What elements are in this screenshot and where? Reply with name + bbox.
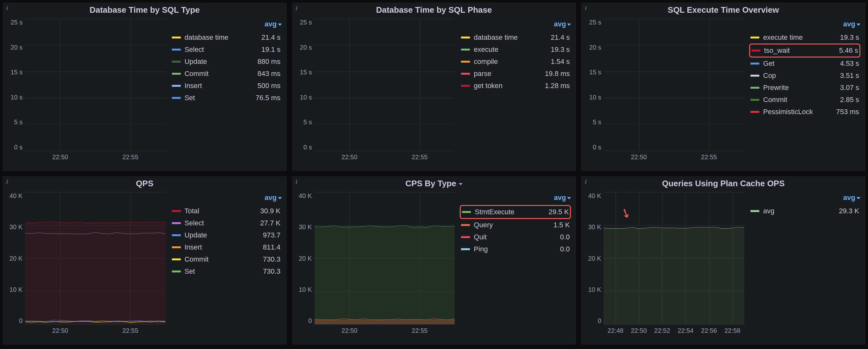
- y-tick: 10 K: [588, 286, 601, 293]
- chevron-down-icon: [567, 24, 571, 26]
- info-icon[interactable]: i: [585, 179, 587, 185]
- legend-item[interactable]: Total30.9 K: [170, 205, 282, 217]
- legend-swatch: [461, 61, 470, 63]
- plot-area[interactable]: [314, 192, 455, 324]
- info-icon[interactable]: i: [6, 5, 8, 12]
- info-icon[interactable]: i: [585, 5, 587, 12]
- legend-item[interactable]: Quit0.0: [460, 231, 571, 243]
- legend-item[interactable]: Commit2.85 s: [749, 94, 860, 106]
- legend-item[interactable]: Query1.5 K: [460, 219, 571, 231]
- chart-plot[interactable]: 25 s20 s15 s10 s5 s0 s22:5022:55: [586, 19, 744, 164]
- legend-item[interactable]: Update973.7: [170, 229, 282, 241]
- aggregation-selector[interactable]: avg: [460, 20, 571, 28]
- y-axis: 40 K30 K20 K10 K0: [586, 192, 604, 337]
- legend-item[interactable]: get token1.28 ms: [460, 80, 571, 92]
- chart-plot[interactable]: 25 s20 s15 s10 s5 s0 s22:5022:55: [297, 19, 455, 164]
- panel-title[interactable]: QPS: [8, 179, 282, 188]
- legend-item[interactable]: Commit843 ms: [170, 68, 282, 80]
- x-tick: 22:56: [701, 327, 717, 337]
- y-tick: 20 K: [588, 255, 601, 262]
- info-icon[interactable]: i: [296, 179, 298, 185]
- legend-value: 500 ms: [258, 82, 281, 90]
- legend-item[interactable]: database time21.4 s: [170, 31, 282, 43]
- legend-item[interactable]: execute19.3 s: [460, 43, 571, 56]
- y-tick: 25 s: [589, 19, 601, 26]
- legend-swatch: [750, 75, 760, 77]
- y-axis: 25 s20 s15 s10 s5 s0 s: [297, 19, 314, 164]
- legend: avgdatabase time21.4 sSelect19.1 sUpdate…: [170, 19, 282, 164]
- x-tick: 22:55: [122, 153, 138, 164]
- panel-title[interactable]: CPS By Type: [297, 179, 571, 188]
- panel-title[interactable]: SQL Execute Time Overview: [586, 5, 860, 15]
- legend-item[interactable]: Set730.3: [170, 265, 282, 278]
- panel-title[interactable]: Database Time by SQL Phase: [297, 5, 571, 15]
- y-tick: 20 K: [9, 255, 23, 262]
- legend-value: 3.51 s: [840, 71, 859, 80]
- legend-item[interactable]: Ping0.0: [460, 243, 571, 255]
- aggregation-selector[interactable]: avg: [170, 194, 282, 202]
- plot-area[interactable]: ➘: [604, 192, 744, 324]
- legend-item[interactable]: database time21.4 s: [460, 31, 571, 43]
- aggregation-selector[interactable]: avg: [460, 194, 571, 202]
- chart-panel: iSQL Execute Time Overview25 s20 s15 s10…: [581, 3, 865, 171]
- chevron-down-icon: [278, 197, 282, 199]
- legend-item[interactable]: avg29.3 K: [749, 205, 860, 217]
- legend-value: 5.46 s: [839, 47, 858, 55]
- legend-item[interactable]: Update880 ms: [170, 56, 282, 68]
- legend-value: 1.5 K: [554, 221, 570, 229]
- aggregation-selector[interactable]: avg: [749, 194, 860, 202]
- legend-item[interactable]: Select19.1 s: [170, 43, 282, 56]
- x-axis: 22:5022:55: [25, 151, 165, 164]
- legend-swatch: [172, 73, 181, 75]
- legend-item[interactable]: Insert811.4: [170, 241, 282, 253]
- plot-area[interactable]: [604, 19, 744, 151]
- y-axis: 40 K30 K20 K10 K0: [8, 192, 25, 337]
- legend-swatch: [461, 49, 470, 51]
- legend-name: Cop: [763, 71, 835, 80]
- legend-swatch: [750, 210, 760, 212]
- legend-swatch: [172, 234, 181, 236]
- legend-name: Commit: [185, 255, 258, 263]
- panel-title[interactable]: Database Time by SQL Type: [8, 5, 282, 15]
- legend-item[interactable]: Get4.53 s: [749, 58, 860, 69]
- plot-area[interactable]: [25, 192, 165, 324]
- aggregation-selector[interactable]: avg: [170, 20, 282, 28]
- info-icon[interactable]: i: [6, 179, 8, 185]
- info-icon[interactable]: i: [296, 5, 298, 12]
- legend-swatch: [751, 50, 760, 52]
- legend-item[interactable]: Set76.5 ms: [170, 92, 282, 104]
- panel-title[interactable]: Queries Using Plan Cache OPS: [586, 179, 860, 188]
- chevron-down-icon: [459, 183, 463, 185]
- chart-plot[interactable]: 40 K30 K20 K10 K0➘22:4822:5022:5222:5422…: [586, 192, 744, 337]
- plot-area[interactable]: [314, 19, 455, 151]
- legend-item[interactable]: Insert500 ms: [170, 80, 282, 92]
- chevron-down-icon: [278, 24, 282, 26]
- legend-swatch: [750, 99, 760, 101]
- legend-item[interactable]: PessimisticLock753 ms: [749, 106, 860, 118]
- legend-item[interactable]: Commit730.3: [170, 253, 282, 265]
- legend-name: Prewrite: [763, 84, 835, 92]
- legend-item[interactable]: Prewrite3.07 s: [749, 82, 860, 94]
- plot-area[interactable]: [25, 19, 165, 151]
- aggregation-selector[interactable]: avg: [749, 20, 860, 28]
- legend-swatch: [750, 111, 760, 113]
- legend-item[interactable]: parse19.8 ms: [460, 68, 571, 80]
- legend-item[interactable]: execute time19.3 s: [749, 31, 860, 43]
- chart-plot[interactable]: 40 K30 K20 K10 K022:5022:55: [8, 192, 165, 337]
- chart-plot[interactable]: 40 K30 K20 K10 K022:5022:55: [297, 192, 455, 337]
- y-axis: 25 s20 s15 s10 s5 s0 s: [8, 19, 25, 164]
- x-tick: 22:58: [724, 327, 740, 337]
- legend-value: 19.3 s: [551, 46, 570, 54]
- legend-item[interactable]: Select27.7 K: [170, 217, 282, 229]
- legend-value: 3.07 s: [840, 84, 859, 92]
- legend-item[interactable]: Cop3.51 s: [749, 69, 860, 82]
- legend-name: Insert: [185, 243, 258, 252]
- legend-name: get token: [474, 82, 540, 90]
- y-tick: 10 s: [300, 94, 312, 101]
- legend-item[interactable]: compile1.54 s: [460, 56, 571, 68]
- legend-item[interactable]: tso_wait5.46 s: [749, 43, 860, 58]
- y-tick: 5 s: [593, 119, 601, 126]
- chart-panel: iCPS By Type40 K30 K20 K10 K022:5022:55a…: [292, 176, 576, 345]
- legend-item[interactable]: StmtExecute29.5 K: [460, 205, 571, 219]
- chart-plot[interactable]: 25 s20 s15 s10 s5 s0 s22:5022:55: [8, 19, 165, 164]
